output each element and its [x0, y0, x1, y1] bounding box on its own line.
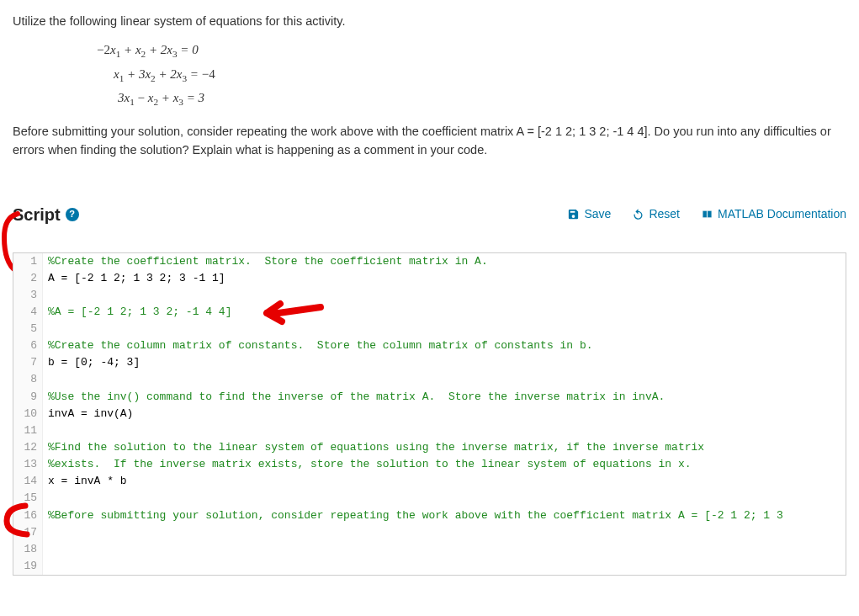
- line-number: 11: [13, 422, 43, 439]
- line-number: 5: [13, 321, 43, 337]
- line-number: 3: [13, 287, 43, 304]
- line-number: 17: [13, 524, 43, 541]
- line-number: 9: [13, 389, 43, 406]
- line-number: 18: [13, 541, 43, 558]
- line-number: 6: [13, 337, 43, 354]
- code-content[interactable]: [43, 524, 846, 541]
- code-content[interactable]: %A = [-2 1 2; 1 3 2; -1 4 4]: [43, 304, 846, 321]
- line-number: 4: [13, 304, 43, 321]
- intro-text: Utilize the following linear system of e…: [13, 13, 846, 31]
- equation-system: −2x1 + x2 + 2x3 = 0 x1 + 3x2 + 2x3 = −4 …: [97, 39, 846, 110]
- code-line[interactable]: 8: [13, 371, 846, 388]
- code-line[interactable]: 16%Before submitting your solution, cons…: [13, 507, 846, 524]
- code-line[interactable]: 18: [13, 541, 846, 558]
- line-number: 12: [13, 439, 43, 456]
- reset-button[interactable]: Reset: [632, 205, 680, 223]
- code-line[interactable]: 9%Use the inv() command to find the inve…: [13, 389, 846, 406]
- code-content[interactable]: b = [0; -4; 3]: [43, 354, 846, 371]
- code-line[interactable]: 17: [13, 524, 846, 541]
- code-content[interactable]: [43, 558, 846, 575]
- code-content[interactable]: [43, 287, 846, 304]
- code-content[interactable]: [43, 371, 846, 388]
- save-button[interactable]: Save: [567, 205, 611, 223]
- code-content[interactable]: [43, 490, 846, 507]
- code-line[interactable]: 13%exists. If the inverse matrix exists,…: [13, 456, 846, 473]
- code-content[interactable]: %exists. If the inverse matrix exists, s…: [43, 456, 846, 473]
- script-heading: Script ?: [13, 202, 79, 227]
- code-line[interactable]: 2A = [-2 1 2; 1 3 2; 3 -1 1]: [13, 270, 846, 287]
- code-line[interactable]: 4%A = [-2 1 2; 1 3 2; -1 4 4]: [13, 304, 846, 321]
- code-content[interactable]: [43, 541, 846, 558]
- code-content[interactable]: %Create the column matrix of constants. …: [43, 337, 846, 354]
- line-number: 8: [13, 371, 43, 388]
- book-icon: [701, 208, 713, 220]
- line-number: 13: [13, 456, 43, 473]
- code-line[interactable]: 6%Create the column matrix of constants.…: [13, 337, 846, 354]
- code-content[interactable]: %Use the inv() command to find the inver…: [43, 389, 846, 406]
- code-line[interactable]: 3: [13, 287, 846, 304]
- save-icon: [567, 208, 580, 220]
- line-number: 1: [13, 253, 43, 270]
- code-line[interactable]: 5: [13, 321, 846, 337]
- line-number: 14: [13, 473, 43, 490]
- code-content[interactable]: %Create the coefficient matrix. Store th…: [43, 253, 846, 270]
- code-content[interactable]: %Before submitting your solution, consid…: [43, 507, 846, 524]
- code-content[interactable]: %Find the solution to the linear system …: [43, 439, 846, 456]
- code-line[interactable]: 10invA = inv(A): [13, 406, 846, 422]
- docs-link[interactable]: MATLAB Documentation: [701, 205, 846, 223]
- reset-icon: [632, 208, 644, 220]
- line-number: 10: [13, 406, 43, 422]
- code-line[interactable]: 15: [13, 490, 846, 507]
- code-line[interactable]: 11: [13, 422, 846, 439]
- help-icon[interactable]: ?: [66, 208, 79, 221]
- code-content[interactable]: [43, 321, 846, 337]
- line-number: 2: [13, 270, 43, 287]
- code-content[interactable]: invA = inv(A): [43, 406, 846, 422]
- code-content[interactable]: x = invA * b: [43, 473, 846, 490]
- code-line[interactable]: 1%Create the coefficient matrix. Store t…: [13, 253, 846, 270]
- code-line[interactable]: 14x = invA * b: [13, 473, 846, 490]
- code-line[interactable]: 12%Find the solution to the linear syste…: [13, 439, 846, 456]
- followup-text: Before submitting your solution, conside…: [13, 123, 846, 160]
- code-editor[interactable]: 1%Create the coefficient matrix. Store t…: [13, 252, 846, 576]
- code-content[interactable]: [43, 422, 846, 439]
- line-number: 7: [13, 354, 43, 371]
- code-content[interactable]: A = [-2 1 2; 1 3 2; 3 -1 1]: [43, 270, 846, 287]
- code-line[interactable]: 7b = [0; -4; 3]: [13, 354, 846, 371]
- line-number: 16: [13, 507, 43, 524]
- line-number: 19: [13, 558, 43, 575]
- line-number: 15: [13, 490, 43, 507]
- code-line[interactable]: 19: [13, 558, 846, 575]
